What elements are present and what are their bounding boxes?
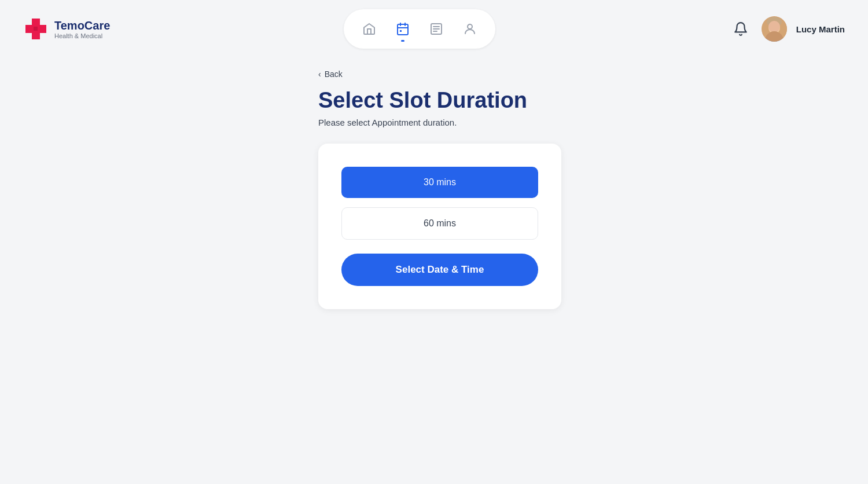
user-area: Lucy Martin — [729, 16, 845, 42]
select-datetime-button[interactable]: Select Date & Time — [341, 254, 538, 286]
nav-active-indicator — [401, 40, 404, 42]
bell-icon — [733, 21, 748, 36]
user-name-label: Lucy Martin — [796, 24, 845, 34]
logo-text: TemoCare Health & Medical — [54, 19, 110, 39]
svg-rect-7 — [32, 31, 40, 39]
avatar-svg — [762, 16, 787, 42]
main-content: ‹ Back Select Slot Duration Please selec… — [0, 58, 868, 321]
calendar-icon — [396, 22, 410, 36]
tasks-icon — [429, 22, 443, 36]
slot-duration-card: 30 mins 60 mins Select Date & Time — [318, 144, 561, 309]
svg-point-23 — [765, 36, 784, 42]
page-subtitle: Please select Appointment duration. — [318, 118, 457, 127]
back-label: Back — [325, 69, 343, 79]
main-nav — [344, 9, 495, 49]
back-link[interactable]: ‹ Back — [318, 69, 343, 79]
brand-name: TemoCare — [54, 19, 110, 32]
svg-rect-12 — [400, 30, 402, 32]
header: TemoCare Health & Medical — [0, 0, 868, 58]
brand-tagline: Health & Medical — [54, 32, 110, 39]
nav-item-profile[interactable] — [456, 15, 484, 43]
home-icon — [362, 22, 376, 36]
svg-point-20 — [768, 21, 780, 34]
nav-item-calendar[interactable] — [389, 15, 417, 43]
avatar — [762, 16, 787, 42]
back-chevron-icon: ‹ — [318, 69, 321, 79]
svg-point-17 — [468, 24, 472, 29]
svg-point-21 — [771, 27, 773, 28]
duration-30min-button[interactable]: 30 mins — [341, 167, 538, 198]
page-title: Select Slot Duration — [318, 88, 527, 113]
notification-button[interactable] — [729, 17, 752, 41]
logo-icon — [23, 16, 49, 42]
nav-item-tasks[interactable] — [422, 15, 450, 43]
svg-point-22 — [775, 27, 777, 28]
svg-point-19 — [767, 17, 782, 27]
avatar-image — [762, 16, 787, 42]
logo: TemoCare Health & Medical — [23, 16, 110, 42]
person-icon — [463, 22, 477, 36]
svg-rect-8 — [398, 24, 408, 35]
nav-item-home[interactable] — [355, 15, 383, 43]
duration-60min-button[interactable]: 60 mins — [341, 207, 538, 240]
content-area: ‹ Back Select Slot Duration Please selec… — [23, 69, 845, 309]
